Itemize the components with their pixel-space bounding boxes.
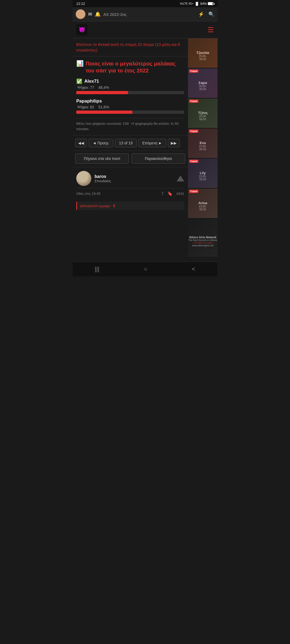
bottom-nav-back-icon[interactable]: < [186,265,201,274]
option-2-stats: Ψήφοι: 82 51,6% [76,105,184,109]
ad-eva-now-badge: Τώρα! [189,130,198,133]
search-icon[interactable]: 🔍 [208,11,214,17]
signal-label: VoLTE 4G+ [180,2,194,5]
svg-text:😈: 😈 [79,26,85,33]
logo-area: 😈 [76,24,88,35]
progress-bar-fill-1 [76,91,128,94]
content-area: Βλέπουν το thread αυτή τη στιγμή 22 άτομ… [73,38,188,256]
pagination-row: ◀◀ ◄ Προηγ. 13 of 19 Επόμενη ► ▶▶ [73,136,188,151]
progress-bar-bg-1 [76,91,184,94]
status-bar: 12:12 VoLTE 4G+ ▐▌ 84% [73,0,218,7]
main-layout: Βλέπουν το thread αυτή τη στιγμή 22 άτομ… [73,38,218,256]
poll-option-1[interactable]: ✅ Alex71 Ψήφοι: 77 48,4% [76,78,184,94]
site-logo: 😈 [76,24,88,35]
post-number: #241 [176,192,184,196]
post-upvote[interactable] [177,175,184,181]
quoted-author-text: athinaios44 έγραψε: [80,204,111,208]
ad-athens-girls[interactable]: Athens Girls Network The Best Escorts in… [188,219,218,256]
quoted-author: athinaios44 έγραψε: ⬆ [80,204,182,208]
logo-svg: 😈 [77,25,87,35]
upvote-triangle-icon [177,175,184,181]
top-nav: ✉ 🔔 AS 2022-2ος ⚡ 🔍 [73,7,218,21]
ad-eva[interactable]: Τώρα! Eva 23:00-06:00 [188,129,218,158]
poll-title: 📊 Ποιος είναι ο μεγαλύτερος μαλάκας του … [76,60,184,74]
post-author: baros Σπουδαίος [76,171,184,186]
share-icon[interactable]: ⤴ [161,191,164,196]
ad-tzeni-now-badge: Τώρα! [189,100,198,103]
bottom-nav-home-icon[interactable]: ○ [139,265,153,274]
ad-tzoulia[interactable]: Τζουλία 20:00-06:00 [188,38,218,68]
first-page-button[interactable]: ◀◀ [75,139,87,147]
last-page-button[interactable]: ▶▶ [168,139,180,147]
nav-title: AS 2022-2ος [103,12,195,17]
post-author-info: baros Σπουδαίος [95,174,111,183]
forum-header: 😈 ☰ [73,21,218,38]
post-actions: ⤴ 🔖 #241 [161,191,184,196]
nav-icons: ⚡ 🔍 [198,11,214,17]
bolt-icon[interactable]: ⚡ [198,11,204,17]
ad-arina[interactable]: Τώρα! Arina 23:00-05:00 [188,189,218,218]
progress-bar-bg-2 [76,111,184,114]
status-time: 12:12 [76,2,85,6]
quote-arrow-icon: ⬆ [113,204,116,208]
action-row: Πήγαινε στα νέα ποστ Παρακολούθησε [73,151,188,167]
poll-meta: Μέλη που ψήφισαν συνολικά: 159 · Η ψηφοφ… [76,118,184,135]
progress-bar-fill-2 [76,111,132,114]
post-avatar [76,171,91,186]
ad-lily-now-badge: Τώρα! [189,160,198,163]
viewers-text: Βλέπουν το thread αυτή τη στιγμή 22 άτομ… [76,42,184,53]
post-username: baros [95,174,111,179]
ad-sara-now-badge: Τώρα! [189,69,198,73]
poll-option-1-header: ✅ Alex71 [76,78,184,84]
envelope-icon[interactable]: ✉ [88,11,92,17]
post-rank: Σπουδαίος [95,179,111,183]
hamburger-icon[interactable]: ☰ [208,26,214,34]
option-1-stats: Ψήφοι: 77 48,4% [76,85,184,90]
bottom-nav-menu-icon[interactable]: ||| [89,265,105,274]
user-avatar[interactable] [76,9,85,19]
new-posts-button[interactable]: Πήγαινε στα νέα ποστ [75,153,129,164]
signal-bars-icon: ▐▌ [195,2,199,6]
poll-option-2[interactable]: Papaphilips Ψήφοι: 82 51,6% [76,98,184,114]
poll-option-2-header: Papaphilips [76,98,184,104]
poll-section: 📊 Ποιος είναι ο μεγαλύτερος μαλάκας του … [73,56,188,136]
prev-page-button[interactable]: ◄ Προηγ. [89,139,113,147]
ad-tzeni[interactable]: Τώρα! Τζένη 20:00-06:00 [188,98,218,128]
poll-title-text: Ποιος είναι ο μεγαλύτερος μαλάκας του σά… [86,60,184,74]
next-page-button[interactable]: Επόμενη ► [138,139,166,147]
follow-button[interactable]: Παρακολούθησε [132,153,185,164]
poll-icon: 📊 [76,60,84,67]
status-right: VoLTE 4G+ ▐▌ 84% [180,2,214,6]
post-meta: Χθες στις 19:45 ⤴ 🔖 #241 [76,188,184,199]
option-2-name: Papaphilips [76,98,102,104]
viewers-row: Βλέπουν το thread αυτή τη στιγμή 22 άτομ… [73,38,188,56]
bookmark-icon[interactable]: 🔖 [167,191,173,196]
sidebar-ads: Τζουλία 20:00-06:00 Τώρα! Σαρα 20:00-05:… [188,38,218,256]
ad-sara[interactable]: Τώρα! Σαρα 20:00-05:00 [188,68,218,98]
current-page: 13 of 19 [115,139,137,147]
option-1-name: Alex71 [84,79,99,84]
battery-label: 84% [200,2,207,6]
bottom-nav: ||| ○ < [73,262,218,276]
battery-icon [208,2,214,5]
check-icon-1: ✅ [76,78,82,84]
ad-lily[interactable]: Τώρα! Lily 23:00-05:00 [188,159,218,188]
post-section: baros Σπουδαίος Χθες στις 19:45 ⤴ 🔖 #241… [73,167,188,210]
quoted-block: athinaios44 έγραψε: ⬆ [76,202,184,210]
ad-arina-now-badge: Τώρα! [189,190,198,193]
post-time: Χθες στις 19:45 [76,192,158,196]
bell-icon[interactable]: 🔔 [95,11,101,17]
